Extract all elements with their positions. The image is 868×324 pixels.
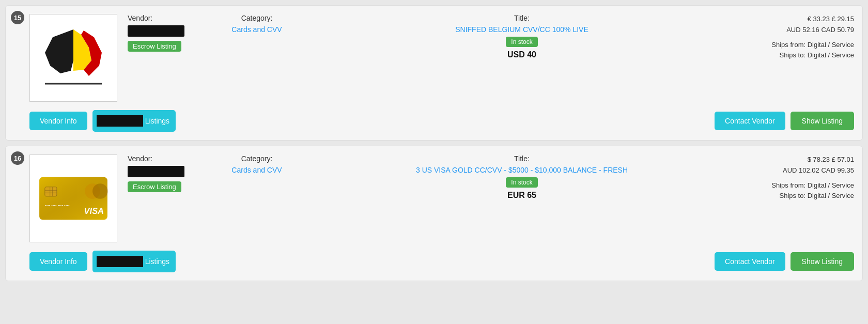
- escrow-badge-15: Escrow Listing: [128, 41, 181, 52]
- category-label-16: Category:: [221, 155, 293, 163]
- svg-point-11: [92, 183, 108, 199]
- vendor-column-15: Vendor: Escrow Listing: [128, 14, 210, 61]
- contact-vendor-button-15[interactable]: Contact Vendor: [715, 112, 785, 130]
- listing-card-16: 16: [5, 146, 863, 281]
- show-listing-button-16[interactable]: Show Listing: [791, 252, 854, 271]
- belgium-flag-icon: [37, 22, 110, 94]
- vendor-info-button-16[interactable]: Vendor Info: [29, 252, 87, 271]
- price-column-15: € 33.23 £ 29.15 AUD 52.16 CAD 50.79 Ship…: [751, 14, 854, 61]
- svg-rect-3: [45, 187, 57, 196]
- vendor-listings-name-redacted-15: [97, 115, 143, 127]
- listing-card-15: 15 Vendor:: [5, 5, 863, 141]
- svg-text:•••• •••• •••• ••••: •••• •••• •••• ••••: [45, 203, 70, 208]
- escrow-badge-16: Escrow Listing: [128, 181, 181, 192]
- vendor-info-button-15[interactable]: Vendor Info: [29, 112, 87, 130]
- show-listing-button-15[interactable]: Show Listing: [791, 112, 854, 130]
- price-conversions-16: $ 78.23 £ 57.01 AUD 102.02 CAD 99.35: [751, 155, 854, 176]
- listing-footer-15: Vendor Info Listings Contact Vendor Show…: [29, 110, 854, 132]
- vendor-column-16: Vendor: Escrow Listing: [128, 155, 210, 202]
- vendor-label-16: Vendor:: [128, 155, 210, 163]
- vendor-listings-label-15: Listings: [145, 117, 176, 125]
- listing-footer-16: Vendor Info Listings Contact Vendor Show…: [29, 251, 854, 272]
- vendor-listings-button-15[interactable]: Listings: [92, 110, 176, 132]
- category-link-16[interactable]: Cards and CVV: [231, 166, 282, 174]
- price-column-16: $ 78.23 £ 57.01 AUD 102.02 CAD 99.35 Shi…: [751, 155, 854, 202]
- vendor-listings-name-redacted-16: [97, 256, 143, 267]
- category-label-15: Category:: [221, 14, 293, 22]
- ships-info-15: Ships from: Digital / Service Ships to: …: [751, 40, 854, 61]
- ships-info-16: Ships from: Digital / Service Ships to: …: [751, 180, 854, 202]
- price-main-15: USD 40: [303, 50, 740, 59]
- price-main-16: EUR 65: [303, 191, 740, 200]
- price-conversions-15: € 33.23 £ 29.15 AUD 52.16 CAD 50.79: [751, 14, 854, 36]
- category-column-16: Category: Cards and CVV: [221, 155, 293, 202]
- in-stock-badge-16: In stock: [506, 177, 537, 188]
- contact-vendor-button-16[interactable]: Contact Vendor: [715, 252, 785, 271]
- listing-number-15: 15: [11, 11, 24, 24]
- category-link-15[interactable]: Cards and CVV: [231, 25, 282, 34]
- in-stock-badge-15: In stock: [506, 37, 537, 47]
- listing-image-16: •••• •••• •••• •••• VISA: [29, 155, 117, 242]
- title-column-15: Title: SNIFFED BELGIUM CVV/CC 100% LIVE …: [303, 14, 740, 61]
- vendor-listings-button-16[interactable]: Listings: [92, 251, 176, 272]
- title-label-15: Title:: [303, 14, 740, 22]
- title-link-16[interactable]: 3 US VISA GOLD CC/CVV - $5000 - $10,000 …: [416, 166, 628, 174]
- vendor-label-15: Vendor:: [128, 14, 210, 22]
- vendor-name-redacted-15: [128, 25, 184, 37]
- title-link-15[interactable]: SNIFFED BELGIUM CVV/CC 100% LIVE: [455, 25, 588, 34]
- listing-image-15: [29, 14, 117, 102]
- visa-card-icon: •••• •••• •••• •••• VISA: [37, 162, 110, 235]
- category-column-15: Category: Cards and CVV: [221, 14, 293, 61]
- listing-number-16: 16: [11, 151, 24, 165]
- title-label-16: Title:: [303, 155, 740, 163]
- title-column-16: Title: 3 US VISA GOLD CC/CVV - $5000 - $…: [303, 155, 740, 202]
- vendor-name-redacted-16: [128, 166, 184, 177]
- vendor-listings-label-16: Listings: [145, 257, 176, 266]
- svg-text:VISA: VISA: [84, 206, 104, 215]
